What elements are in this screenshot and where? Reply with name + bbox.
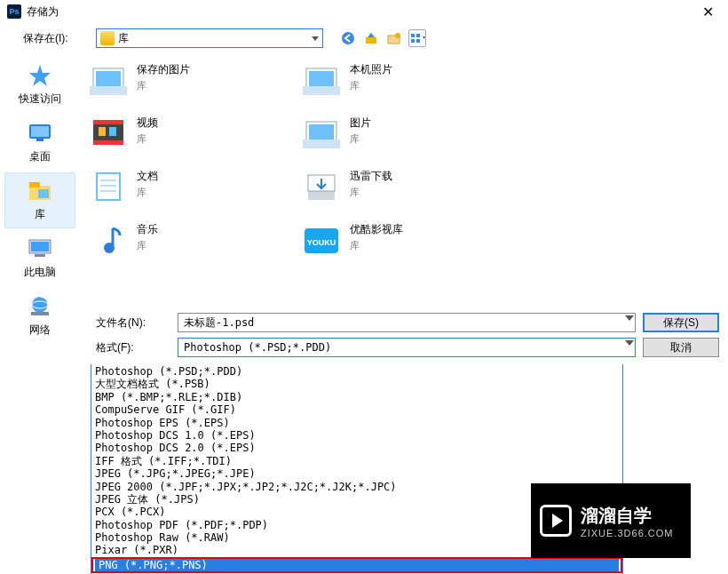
svg-rect-21 [96,71,121,87]
svg-rect-1 [366,37,376,44]
filename-label: 文件名(N): [96,315,170,331]
format-option[interactable]: IFF 格式 (*.IFF;*.TDI) [91,455,622,467]
pictures-icon [302,116,341,151]
svg-rect-33 [303,140,340,148]
pc-icon [26,236,54,261]
svg-rect-5 [416,34,420,37]
svg-text:YOUKU: YOUKU [307,238,336,247]
cancel-button[interactable]: 取消 [643,338,719,357]
sidebar-item-label: 网络 [7,323,73,338]
format-option[interactable]: BMP (*.BMP;*.RLE;*.DIB) [91,391,622,403]
back-icon[interactable] [339,29,357,47]
format-option[interactable]: Photoshop EPS (*.EPS) [91,417,622,429]
svg-rect-22 [90,86,127,95]
save-button[interactable]: 保存(S) [643,313,719,332]
svg-rect-29 [99,127,106,136]
format-option[interactable]: 大型文档格式 (*.PSB) [91,378,622,390]
format-label: 格式(F): [96,340,170,355]
svg-rect-10 [36,139,44,141]
folder-icon [100,31,115,45]
list-item[interactable]: 迅雷下载库 [298,165,511,215]
save-in-row: 保存在(I): 库 [0,23,728,53]
location-value: 库 [118,31,129,46]
view-menu-icon[interactable] [408,29,426,47]
network-icon [26,294,54,319]
svg-rect-30 [109,127,116,136]
svg-rect-12 [29,182,40,187]
list-item[interactable]: 图片库 [298,112,511,162]
format-combo[interactable] [178,338,636,357]
svg-rect-24 [309,71,334,87]
file-list[interactable]: 保存的图片库 本机照片库 视频库 图片库 文档库 迅雷下载库 音乐库 YOUKU [80,53,728,311]
ps-icon: Ps [7,4,21,19]
places-sidebar: 快速访问 桌面 库 此电脑 网络 [0,53,80,311]
svg-rect-13 [38,189,49,198]
svg-rect-25 [303,86,340,95]
desktop-icon [26,121,54,146]
close-icon[interactable]: ✕ [695,4,721,20]
save-in-label: 保存在(I): [23,31,89,46]
svg-rect-27 [93,120,123,124]
toolbar-icons [339,29,426,47]
pictures-icon [302,62,341,98]
chevron-down-icon[interactable] [625,315,634,321]
svg-rect-28 [93,140,123,145]
up-icon[interactable] [362,29,380,47]
new-folder-icon[interactable] [385,29,403,47]
watermark: 溜溜自学 ZIXUE.3D66.COM [531,483,691,558]
filename-input[interactable] [178,313,636,332]
svg-rect-19 [31,312,49,315]
svg-rect-9 [31,126,49,137]
list-item[interactable]: YOUKU 优酷影视库库 [298,219,511,268]
titlebar: Ps 存储为 ✕ [0,0,728,23]
document-icon [89,169,128,204]
pictures-icon [89,62,128,98]
sidebar-item-label: 快速访问 [7,92,73,107]
music-icon [89,222,128,258]
list-item[interactable]: 文档库 [85,165,298,215]
svg-point-3 [395,33,400,38]
format-option[interactable]: Photoshop (*.PSD;*.PDD) [91,365,622,378]
format-option[interactable]: CompuServe GIF (*.GIF) [91,403,622,416]
list-item[interactable]: 音乐库 [85,219,298,268]
svg-rect-16 [35,254,45,257]
format-option[interactable]: Photoshop DCS 2.0 (*.EPS) [91,442,622,454]
svg-rect-34 [97,173,120,200]
download-icon [302,169,341,204]
sidebar-item-quickaccess[interactable]: 快速访问 [4,57,75,113]
svg-rect-6 [411,39,415,43]
form-area: 文件名(N): 保存(S) 格式(F): 取消 [0,311,728,364]
play-icon [540,505,572,537]
video-icon [89,116,128,151]
sidebar-item-network[interactable]: 网络 [4,288,75,344]
sidebar-item-thispc[interactable]: 此电脑 [4,230,75,286]
svg-rect-7 [416,39,420,43]
location-combo[interactable]: 库 [96,28,323,48]
dialog-title: 存储为 [27,4,695,20]
svg-rect-4 [411,34,415,37]
star-icon [26,63,54,88]
chevron-down-icon[interactable] [625,340,634,346]
main-area: 快速访问 桌面 库 此电脑 网络 保存的图片库 本机照片库 视频 [0,53,728,311]
list-item[interactable]: 视频库 [85,112,298,162]
svg-point-0 [342,32,354,44]
svg-rect-32 [309,124,334,140]
list-item[interactable]: 保存的图片库 [85,59,298,108]
youku-icon: YOUKU [302,222,341,258]
chevron-down-icon [312,36,319,41]
format-option[interactable]: JPEG (*.JPG;*.JPEG;*.JPE) [91,467,622,480]
library-icon [26,179,54,203]
sidebar-item-label: 桌面 [7,149,73,164]
sidebar-item-desktop[interactable]: 桌面 [4,115,75,171]
sidebar-item-label: 此电脑 [7,265,73,280]
sidebar-item-label: 库 [7,207,73,222]
sidebar-item-libraries[interactable]: 库 [4,172,75,228]
svg-rect-15 [31,242,49,251]
format-option[interactable]: Photoshop DCS 1.0 (*.EPS) [91,429,622,442]
svg-point-40 [104,243,115,253]
list-item[interactable]: 本机照片库 [298,59,511,108]
